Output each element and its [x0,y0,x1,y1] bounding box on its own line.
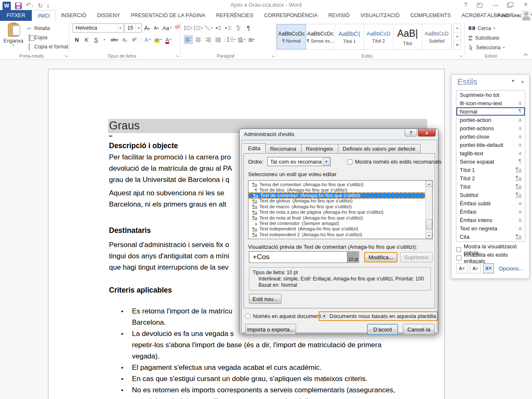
shading-button[interactable]: ▾ [237,35,246,44]
help-icon[interactable]: ? [462,1,469,8]
numbering-button[interactable]: ▾ [194,23,203,33]
copy-button[interactable]: Copia [26,33,68,42]
clipboard-dialog-launcher-icon[interactable]: ↘ [64,54,68,58]
account-area[interactable]: ALBA ADI... ▾ [487,10,531,21]
list-scrollbar[interactable]: ▲ ▼ [425,181,432,239]
collapse-ribbon-icon[interactable] [524,50,528,58]
disable-linked-checkbox[interactable]: Inhabilita els estils enllaçats [456,252,529,264]
new-documents-radio[interactable] [322,313,327,319]
increase-indent-button[interactable] [224,23,233,33]
font-name-combobox[interactable]: Helvetica▾ [73,23,124,33]
shrink-font-button[interactable]: A▾ [152,23,160,33]
show-recommended-checkbox[interactable]: Mostra només els estils recomanats [347,159,441,165]
subscript-button[interactable]: x₂ [121,35,129,44]
italic-button[interactable]: K [82,35,91,44]
minimize-icon[interactable]: — [492,1,499,8]
only-document-radio[interactable] [245,313,251,319]
style-item[interactable]: portlet-closea [456,132,525,141]
dialog-tab[interactable]: Recomana [266,144,301,154]
style-item[interactable]: lfr-icon-menu-texta [456,99,525,107]
style-item[interactable]: Suprimeix-ho tot [456,91,525,99]
bold-button[interactable]: N [73,35,81,44]
paragraph-dialog-launcher-icon[interactable]: ↘ [271,54,274,58]
style-gallery-item[interactable]: AaBbCcDc ¶ Normal [277,24,306,49]
new-style-button[interactable]: A✱ [456,263,467,273]
dialog-style-item[interactable]: ¶ Text de bloc (Amaga-ho fins que s'util… [248,187,425,192]
style-item[interactable]: Títol 1¶a [456,166,525,174]
ribbon-tab[interactable]: COMPLEMENTS [405,10,456,21]
grow-font-button[interactable]: A▴ [143,23,151,33]
dialog-tab[interactable]: Restringeix [301,144,338,154]
style-gallery-item[interactable]: AaB| Títol [393,24,423,49]
options-link[interactable]: Opcions... [499,265,523,272]
style-item[interactable]: Cita¶a [456,232,525,241]
pane-close-icon[interactable]: × [521,79,524,85]
format-painter-button[interactable]: Copia el format [26,42,68,51]
strikethrough-button[interactable]: abc [109,35,119,44]
sort-button[interactable]: A↓Z [234,23,243,33]
style-item[interactable]: portlet-actiona [456,116,525,124]
avatar[interactable] [521,10,531,20]
style-item[interactable]: Èmfasia [456,207,525,216]
style-item[interactable]: Sense espaiat¶ [456,157,525,166]
style-item[interactable]: portlet-title-defaulta [456,141,525,149]
dialog-style-item[interactable]: ¶a Text de nota a peu de pàgina (Amaga-h… [248,210,425,215]
ribbon-tab[interactable]: FITXER [0,10,32,21]
style-inspector-button[interactable]: A⌕ [470,263,481,273]
dialog-style-item[interactable]: ¶a Text de macro (Amaga-ho fins que s'ut… [248,204,425,209]
preview-value-box[interactable]: +Cos [249,251,347,263]
style-item[interactable]: taglib-texta [456,149,525,157]
font-dialog-launcher-icon[interactable]: ↘ [175,54,179,58]
paste-button[interactable]: Enganxa ▾ [3,23,24,53]
gallery-up-icon[interactable]: ▲ [453,23,461,33]
style-gallery-item[interactable]: AaBbCcDc ¶ Sense es... [306,24,335,49]
chevron-down-icon[interactable]: ▾ [135,24,142,32]
dialog-style-item[interactable]: ¶a Text de globus (Amaga-ho fins que s'u… [248,198,425,204]
style-item[interactable]: Èmfasi intensa [456,216,525,224]
chevron-down-icon[interactable]: ▾ [117,24,123,32]
import-export-button[interactable]: Importa o exporta... [245,324,296,335]
ribbon-tab[interactable]: ACROBAT [456,10,492,21]
style-item[interactable]: Normal¶ [456,107,525,116]
align-center-button[interactable] [194,35,203,44]
chevron-down-icon[interactable]: ▼ [323,158,330,165]
ribbon-tab[interactable]: PRESENTACIÓ DE LA PÀGINA [125,10,210,21]
styles-dialog-launcher-icon[interactable]: ↘ [459,54,462,58]
dialog-style-item[interactable]: ¶a Text independent 2 (Amaga-ho fins que… [248,232,425,237]
text-effects-button[interactable]: A▾ [143,35,152,44]
dialog-tab[interactable]: Edita [243,143,266,153]
dialog-style-item[interactable]: a Text del contenidor (Sempre amagat) [248,220,425,226]
restore-icon[interactable] [507,2,514,8]
style-item[interactable]: Títol 2¶a [456,174,525,182]
scroll-up-icon[interactable]: ▲ [426,181,432,187]
bullets-button[interactable]: ▾ [184,23,193,33]
ribbon-tab[interactable]: REVISIÓ [323,10,355,21]
new-style-button[interactable]: Estil nou... [249,294,281,304]
justify-button[interactable] [214,35,223,44]
gallery-down-icon[interactable]: ▼ [453,32,461,41]
style-gallery-item[interactable]: AaBbC( Títol 1 [335,24,364,49]
ribbon-tab[interactable]: DISSENY [91,10,125,21]
style-item[interactable]: Títol¶a [456,182,525,191]
dialog-help-icon[interactable]: ? [405,129,417,136]
decrease-indent-button[interactable] [214,23,223,33]
delete-button[interactable]: Suprimeix [400,252,433,263]
change-case-button[interactable]: Aa▾ [161,23,172,33]
ribbon-tab[interactable]: VISUALITZACIÓ [355,10,405,21]
style-item[interactable]: Subtítol¶a [456,191,525,199]
ribbon-display-options-icon[interactable] [477,2,484,8]
ribbon-tab[interactable]: CORRESPONDÈNCIA [258,10,323,21]
manage-styles-button[interactable]: A✎ [483,263,494,273]
ribbon-tab[interactable]: INSERCIÓ [56,10,91,21]
pane-menu-icon[interactable]: ▼ [511,79,515,83]
style-item[interactable]: Text en negretaa [456,224,525,232]
ribbon-tab[interactable]: REFERÈNCIES [211,10,259,21]
highlight-color-button[interactable]: ab▾ [153,35,163,44]
align-left-button[interactable] [184,35,193,44]
dialog-style-item[interactable]: ¶a Text de comentari (Amaga-ho fins que … [248,192,425,199]
font-size-combobox[interactable]: 15▾ [124,23,142,33]
scroll-down-icon[interactable]: ▼ [426,232,432,239]
style-gallery-item[interactable]: AaBbCcD Subtítol [422,24,451,49]
dialog-style-item[interactable]: ¶a Text de nota al final (Amaga-ho fins … [248,215,425,220]
font-color-button[interactable]: A▾ [164,35,172,44]
